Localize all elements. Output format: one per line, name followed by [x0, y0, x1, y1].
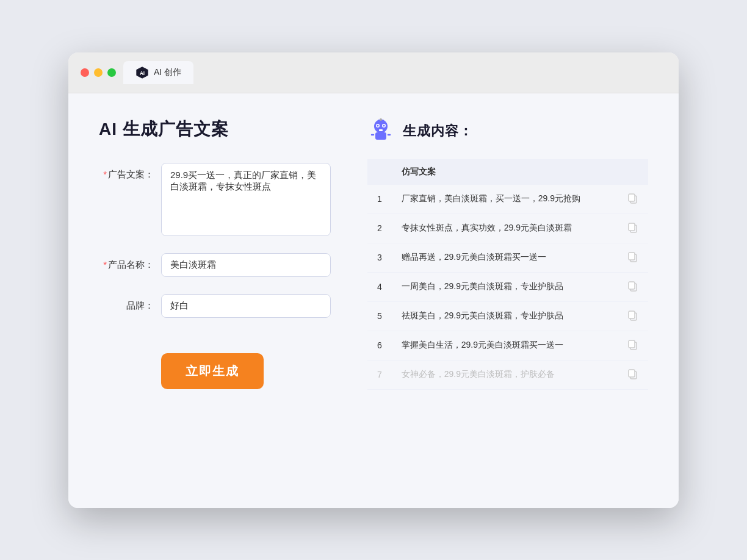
svg-rect-16 — [629, 223, 635, 231]
svg-rect-24 — [629, 340, 635, 348]
copy-icon[interactable] — [627, 193, 638, 204]
table-row: 2专抹女性斑点，真实功效，29.9元美白淡斑霜 — [367, 214, 648, 243]
table-row: 4一周美白，29.9元美白淡斑霜，专业护肤品 — [367, 272, 648, 301]
results-table: 仿写文案 1厂家直销，美白淡斑霜，买一送一，29.9元抢购 2专抹女性斑点，真实… — [367, 159, 648, 390]
product-name-label: *产品名称： — [99, 253, 154, 271]
row-text: 专抹女性斑点，真实功效，29.9元美白淡斑霜 — [392, 214, 618, 243]
copy-icon[interactable] — [627, 310, 638, 321]
row-number: 5 — [367, 301, 392, 331]
row-text: 掌握美白生活，29.9元美白淡斑霜买一送一 — [392, 331, 618, 360]
minimize-button[interactable] — [94, 68, 103, 77]
col-copy: 仿写文案 — [392, 159, 618, 185]
svg-rect-18 — [629, 253, 635, 260]
titlebar: AI AI 创作 — [68, 52, 679, 93]
copy-icon[interactable] — [627, 281, 638, 292]
row-number: 2 — [367, 214, 392, 243]
row-text: 赠品再送，29.9元美白淡斑霜买一送一 — [392, 243, 618, 272]
svg-rect-8 — [379, 129, 383, 131]
ad-copy-row: *广告文案： — [99, 163, 331, 236]
svg-rect-20 — [629, 282, 635, 289]
robot-icon — [367, 118, 394, 145]
right-title: 生成内容： — [403, 122, 473, 140]
page-title: AI 生成广告文案 — [99, 118, 331, 141]
maximize-button[interactable] — [107, 68, 116, 77]
col-num — [367, 159, 392, 185]
table-header: 仿写文案 — [367, 159, 648, 185]
svg-text:AI: AI — [140, 70, 145, 76]
tab-title: AI 创作 — [154, 67, 181, 78]
row-number: 7 — [367, 360, 392, 389]
table-row: 1厂家直销，美白淡斑霜，买一送一，29.9元抢购 — [367, 185, 648, 214]
col-action — [618, 159, 648, 185]
right-header: 生成内容： — [367, 118, 648, 145]
row-text: 女神必备，29.9元美白淡斑霜，护肤必备 — [392, 360, 618, 389]
brand-input[interactable] — [161, 294, 331, 318]
table-row: 5祛斑美白，29.9元美白淡斑霜，专业护肤品 — [367, 301, 648, 331]
row-action[interactable] — [618, 301, 648, 331]
table-row: 6掌握美白生活，29.9元美白淡斑霜买一送一 — [367, 331, 648, 360]
results-body: 1厂家直销，美白淡斑霜，买一送一，29.9元抢购 2专抹女性斑点，真实功效，29… — [367, 185, 648, 390]
row-action[interactable] — [618, 243, 648, 272]
svg-rect-14 — [629, 194, 635, 201]
svg-point-12 — [380, 118, 382, 121]
row-number: 3 — [367, 243, 392, 272]
table-row: 3赠品再送，29.9元美白淡斑霜买一送一 — [367, 243, 648, 272]
generate-button[interactable]: 立即生成 — [161, 353, 264, 389]
product-name-input[interactable] — [161, 253, 331, 277]
ai-tab-icon: AI — [135, 66, 149, 79]
copy-icon[interactable] — [627, 368, 638, 379]
row-text: 厂家直销，美白淡斑霜，买一送一，29.9元抢购 — [392, 185, 618, 214]
table-row: 7女神必备，29.9元美白淡斑霜，护肤必备 — [367, 360, 648, 389]
row-number: 6 — [367, 331, 392, 360]
svg-point-6 — [377, 124, 379, 126]
main-content: AI 生成广告文案 *广告文案： *产品名称： 品牌： 立 — [68, 93, 679, 508]
close-button[interactable] — [81, 68, 89, 77]
ad-copy-input[interactable] — [161, 163, 331, 236]
svg-rect-26 — [629, 370, 635, 377]
row-text: 一周美白，29.9元美白淡斑霜，专业护肤品 — [392, 272, 618, 301]
product-name-row: *产品名称： — [99, 253, 331, 277]
row-number: 4 — [367, 272, 392, 301]
brand-label: 品牌： — [99, 294, 154, 312]
ai-tab[interactable]: AI AI 创作 — [123, 61, 193, 84]
row-action[interactable] — [618, 185, 648, 214]
row-number: 1 — [367, 185, 392, 214]
left-panel: AI 生成广告文案 *广告文案： *产品名称： 品牌： 立 — [99, 118, 331, 484]
ad-copy-required: * — [103, 169, 107, 179]
svg-rect-3 — [375, 132, 386, 140]
row-action[interactable] — [618, 360, 648, 389]
copy-icon[interactable] — [627, 339, 638, 350]
ad-copy-label: *广告文案： — [99, 163, 154, 181]
row-action[interactable] — [618, 331, 648, 360]
copy-icon[interactable] — [627, 222, 638, 233]
product-name-required: * — [103, 259, 107, 270]
row-action[interactable] — [618, 214, 648, 243]
traffic-lights — [81, 68, 116, 77]
right-panel: 生成内容： 仿写文案 1厂家直销，美白淡斑霜，买一送一，29.9元抢购 2专抹女… — [367, 118, 648, 484]
svg-rect-22 — [629, 311, 635, 318]
row-action[interactable] — [618, 272, 648, 301]
copy-icon[interactable] — [627, 251, 638, 262]
row-text: 祛斑美白，29.9元美白淡斑霜，专业护肤品 — [392, 301, 618, 331]
browser-window: AI AI 创作 AI 生成广告文案 *广告文案： *产品名称： — [68, 52, 679, 508]
svg-point-7 — [383, 124, 385, 126]
brand-row: 品牌： — [99, 294, 331, 318]
